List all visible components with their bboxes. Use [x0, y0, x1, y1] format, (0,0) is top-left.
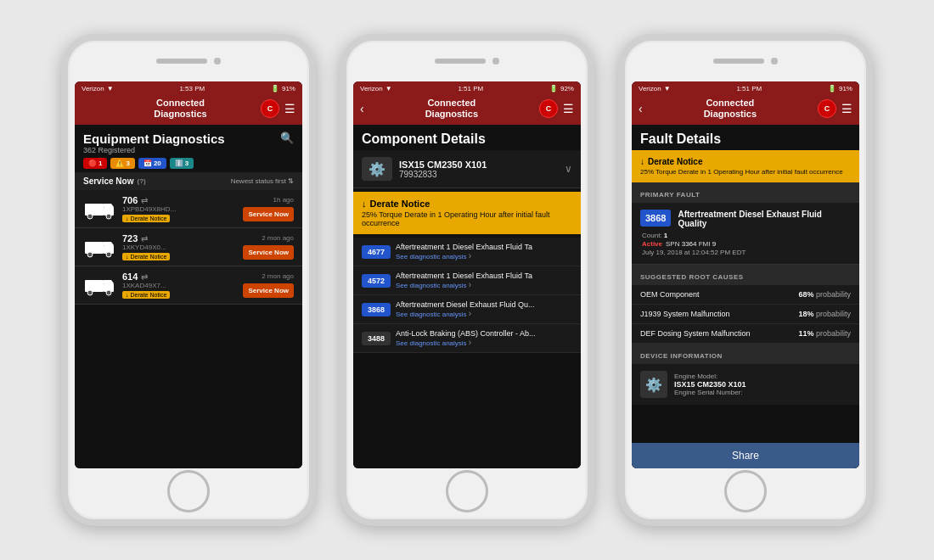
svg-rect-0 [85, 204, 104, 216]
engine-icon-2: ⚙️ [362, 157, 392, 181]
filter-tabs: 🔴1 ⚠️3 📅20 ℹ️3 [75, 158, 302, 169]
svg-marker-12 [104, 280, 114, 283]
service-now-btn-0[interactable]: Service Now [243, 207, 294, 221]
phone-top-bar-1 [68, 41, 309, 81]
vehicle-info-2: 614 ⇄ 1XKAD49X7... ↓Derate Notice [122, 272, 238, 299]
time-2: 1:51 PM [458, 85, 483, 92]
side-btn-3 [618, 126, 622, 144]
back-button-2[interactable]: ‹ [360, 102, 364, 115]
speaker-2 [435, 59, 486, 64]
search-icon-1[interactable]: 🔍 [280, 132, 294, 144]
status-bar-1: Verizon ▼ 1:53 PM 🔋 91% [75, 81, 302, 96]
power-btn-2[interactable] [591, 151, 594, 182]
phone-top-bar-2 [346, 41, 588, 81]
sort-label[interactable]: Newest status first ⇅ [231, 177, 294, 185]
power-btn-3[interactable] [869, 151, 873, 182]
volume-down-btn[interactable] [61, 188, 65, 219]
app-title-1: Connected Diagnostics [154, 98, 206, 120]
root-cause-item-1[interactable]: J1939 System Malfunction 18% probability [632, 305, 859, 324]
derate-notice-title-2: ↓ Derate Notice [362, 199, 572, 209]
volume-up-btn[interactable] [61, 151, 65, 182]
volume-up-btn-2[interactable] [340, 151, 343, 182]
hamburger-icon-3[interactable]: ☰ [841, 102, 852, 115]
vehicle-item-0[interactable]: 706 ⇄ 1XPBD49X8HD... ↓Derate Notice 1h a… [75, 190, 302, 228]
derate-notice-2: ↓ Derate Notice 25% Torque Derate in 1 O… [353, 192, 581, 234]
filter-tab-red[interactable]: 🔴1 [83, 158, 107, 169]
side-button-right-3 [869, 151, 873, 182]
phone-1: Verizon ▼ 1:53 PM 🔋 91% Connected Diagno… [61, 34, 316, 526]
camera-1 [214, 58, 221, 64]
side-buttons-left-2 [340, 126, 343, 219]
pf-count: Count: 1 [642, 232, 851, 239]
vehicle-item-2[interactable]: 614 ⇄ 1XKAD49X7... ↓Derate Notice 2 mon … [75, 266, 302, 305]
fault-code-1: 4572 [362, 274, 391, 288]
fault-item-1[interactable]: 4572 Aftertreatment 1 Diesel Exhaust Flu… [353, 266, 581, 295]
side-button-right-2 [591, 151, 594, 182]
filter-tab-calendar[interactable]: 📅20 [138, 158, 166, 169]
root-cause-item-0[interactable]: OEM Component 68% probability [632, 285, 859, 305]
svg-point-3 [87, 214, 93, 219]
root-causes-section-header: SUGGESTED ROOT CAUSES [632, 265, 859, 285]
app-header-1: Connected Diagnostics C ☰ [75, 96, 302, 125]
home-button-2[interactable] [446, 470, 488, 512]
root-cause-item-2[interactable]: DEF Dosing System Malfunction 11% probab… [632, 324, 859, 344]
status-bar-2: Verizon ▼ 1:51 PM 🔋 92% [353, 81, 581, 96]
primary-fault-section-header: PRIMARY FAULT [632, 182, 859, 203]
battery-3: 🔋 91% [828, 85, 852, 92]
svg-rect-10 [85, 280, 104, 292]
truck-icon-0 [83, 197, 117, 221]
home-button-3[interactable] [724, 470, 767, 512]
hamburger-icon-2[interactable]: ☰ [563, 102, 574, 115]
equipment-subtitle: 362 Registered [83, 146, 225, 154]
svg-marker-2 [104, 204, 114, 207]
pf-code: 3868 [640, 210, 671, 227]
cummins-logo-2: C [539, 99, 558, 118]
service-now-label: Service Now (?) [83, 176, 146, 186]
battery-1: 🔋 91% [271, 85, 295, 92]
back-button-3[interactable]: ‹ [639, 102, 643, 115]
volume-down-btn-2[interactable] [340, 188, 343, 219]
time-1: 1:53 PM [179, 85, 205, 92]
phone-screen-2: Verizon ▼ 1:51 PM 🔋 92% ‹ Connected Diag… [353, 81, 581, 468]
screen2-content: Component Details ⚙️ ISX15 CM2350 X101 7… [353, 125, 581, 468]
speaker-1 [156, 59, 207, 64]
side-buttons-left-3 [618, 126, 622, 219]
phone-screen-1: Verizon ▼ 1:53 PM 🔋 91% Connected Diagno… [75, 81, 302, 468]
phone-screen-3: Verizon ▼ 1:51 PM 🔋 91% ‹ Connected Diag… [632, 81, 859, 468]
vehicle-info-1: 723 ⇄ 1XKYD49X0... ↓Derate Notice [122, 233, 238, 260]
fault-item-0[interactable]: 4677 Aftertreatment 1 Diesel Exhaust Flu… [353, 238, 581, 266]
power-btn[interactable] [312, 151, 316, 182]
home-button-1[interactable] [167, 470, 210, 512]
pf-date: July 19, 2018 at 12:04:52 PM EDT [642, 249, 851, 256]
svg-point-8 [87, 252, 93, 257]
screen3-content: Fault Details ↓ Derate Notice 25% Torque… [632, 125, 859, 468]
chevron-down-2[interactable]: ∨ [565, 163, 572, 175]
pf-details: Count: 1 Active SPN 3364 FMI 9 July 19, [640, 232, 851, 256]
svg-rect-5 [85, 242, 104, 254]
pf-top: 3868 Aftertreatment Diesel Exhaust Fluid… [640, 210, 851, 228]
status-bar-3: Verizon ▼ 1:51 PM 🔋 91% [632, 81, 859, 96]
svg-point-9 [106, 252, 111, 257]
fault-code-0: 4677 [362, 245, 391, 259]
primary-fault-box: 3868 Aftertreatment Diesel Exhaust Fluid… [632, 203, 859, 265]
hamburger-icon-1[interactable]: ☰ [284, 102, 295, 115]
cummins-logo-3: C [818, 99, 836, 118]
vehicle-item-1[interactable]: 723 ⇄ 1XKYD49X0... ↓Derate Notice 2 mon … [75, 228, 302, 266]
share-button[interactable]: Share [632, 443, 859, 468]
filter-tab-info[interactable]: ℹ️3 [170, 158, 194, 169]
filter-tab-yellow[interactable]: ⚠️3 [110, 158, 134, 169]
pf-spn-fmi: Active SPN 3364 FMI 9 [642, 240, 851, 248]
camera-3 [771, 58, 778, 64]
service-now-btn-2[interactable]: Service Now [243, 283, 294, 298]
cummins-logo-1: C [261, 99, 279, 118]
fault-item-2[interactable]: 3868 Aftertreatment Diesel Exhaust Fluid… [353, 295, 581, 324]
volume-down-btn-3[interactable] [618, 188, 622, 219]
service-now-btn-1[interactable]: Service Now [243, 245, 294, 260]
time-3: 1:51 PM [736, 85, 762, 92]
component-vehicle-box[interactable]: ⚙️ ISX15 CM2350 X101 79932833 ∨ [353, 150, 581, 188]
battery-2: 🔋 92% [549, 85, 574, 92]
fault-item-3[interactable]: 3488 Anti-Lock Braking (ABS) Controller … [353, 324, 581, 353]
volume-up-btn-3[interactable] [618, 151, 622, 182]
svg-marker-7 [104, 242, 114, 245]
phone-3: Verizon ▼ 1:51 PM 🔋 91% ‹ Connected Diag… [618, 34, 873, 526]
